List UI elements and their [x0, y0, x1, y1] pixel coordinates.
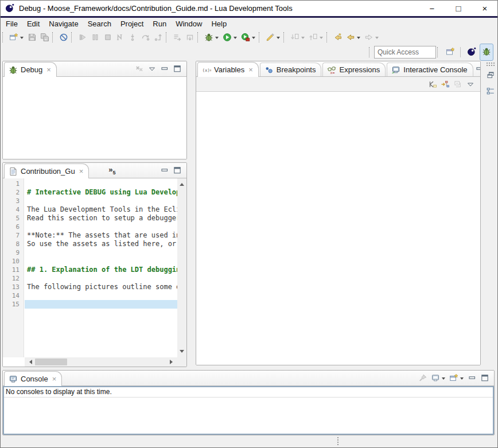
code-line-current[interactable] — [25, 300, 177, 309]
open-perspective-button[interactable] — [443, 44, 457, 61]
view-menu-button[interactable] — [146, 63, 158, 75]
console-body[interactable]: No consoles to display at this time. — [3, 386, 494, 435]
display-selected-console-button[interactable] — [429, 372, 448, 384]
minimize-button[interactable] — [466, 372, 478, 384]
minimize-button[interactable] — [473, 63, 481, 75]
run-button[interactable] — [221, 30, 239, 44]
toggle-mark-occurrences-dropdown-icon[interactable] — [277, 37, 280, 41]
back-button[interactable] — [344, 30, 363, 44]
code-line[interactable] — [25, 197, 177, 205]
open-console-dropdown-icon[interactable] — [460, 377, 464, 381]
window-minimize-button[interactable]: − — [419, 0, 445, 16]
maximize-icon — [480, 373, 489, 383]
menu-search[interactable]: Search — [83, 18, 116, 29]
statusbar-drag-handle[interactable] — [337, 437, 339, 445]
lua-perspective-button[interactable] — [465, 44, 478, 61]
toggle-mark-occurrences-button[interactable] — [264, 30, 282, 44]
back-dropdown-icon[interactable] — [357, 37, 360, 41]
editor-vertical-scrollbar[interactable] — [177, 178, 186, 357]
tab-variables[interactable]: (x)=Variables× — [197, 62, 259, 77]
editor-body[interactable]: 123456789101112131415 # Interactive DEBU… — [3, 178, 186, 367]
code-line[interactable] — [25, 274, 177, 283]
trim-drag-handle[interactable] — [487, 63, 495, 66]
code-line[interactable] — [25, 248, 177, 257]
code-line[interactable]: So use the assets as listed here, or — [25, 240, 177, 248]
console-message: No consoles to display at this time. — [4, 387, 493, 398]
status-bar — [0, 435, 498, 447]
code-area[interactable]: # Interactive DEBUG using Lua DevelopThe… — [25, 178, 177, 357]
run-external-tools-button[interactable] — [239, 30, 258, 44]
code-line[interactable]: The Lua Development Tools in the Ecli — [25, 205, 177, 214]
tab-close-icon[interactable]: × — [46, 67, 51, 73]
code-line[interactable] — [25, 223, 177, 231]
tab-close-icon[interactable]: × — [52, 376, 57, 382]
open-console-button[interactable] — [448, 372, 466, 384]
maximize-button[interactable] — [478, 372, 491, 384]
minimize-button[interactable] — [158, 164, 171, 177]
forward-dropdown-icon[interactable] — [375, 37, 379, 41]
scroll-up-icon[interactable] — [180, 181, 184, 186]
previous-annotation-dropdown-icon[interactable] — [320, 37, 323, 41]
scrollbar-thumb[interactable] — [35, 359, 67, 365]
menu-run[interactable]: Run — [148, 18, 171, 29]
view-menu-button[interactable] — [464, 77, 477, 91]
maximize-button[interactable] — [171, 63, 184, 75]
code-line[interactable] — [25, 257, 177, 266]
minimize-button[interactable] — [158, 63, 171, 75]
code-line[interactable] — [25, 180, 177, 188]
restore-minimized-view-button[interactable] — [484, 68, 497, 82]
new-button[interactable] — [7, 30, 26, 44]
code-line[interactable]: Read this section to setup a debugger — [25, 214, 177, 223]
skip-all-breakpoints-button[interactable] — [57, 30, 70, 44]
window-close-button[interactable]: × — [472, 0, 498, 16]
hidden-editors-chevron[interactable]: »5 — [108, 165, 115, 176]
code-line[interactable]: # Interactive DEBUG using Lua Develop — [25, 188, 177, 197]
remove-all-terminated-button — [133, 63, 146, 75]
tab-label: Debug — [21, 65, 42, 74]
code-line[interactable] — [25, 291, 177, 300]
tab-close-icon[interactable]: × — [248, 67, 253, 73]
window-maximize-button[interactable]: □ — [445, 0, 472, 16]
display-selected-console-dropdown-icon[interactable] — [442, 377, 445, 381]
menu-file[interactable]: File — [1, 18, 22, 29]
tab-console[interactable]: Console× — [4, 371, 62, 386]
scroll-right-icon[interactable] — [170, 360, 175, 364]
last-edit-icon — [333, 33, 343, 42]
debug-button[interactable] — [203, 30, 221, 44]
menu-edit[interactable]: Edit — [22, 18, 44, 29]
code-line[interactable]: The following pictures outline some o — [25, 283, 177, 291]
menu-help[interactable]: Help — [207, 18, 231, 29]
editor-horizontal-scrollbar[interactable] — [25, 357, 177, 367]
scroll-left-icon[interactable] — [27, 360, 32, 364]
tab-expressions[interactable]: x=Expressions — [322, 63, 386, 76]
tab-contribution-gu[interactable]: Contribution_Gu× — [4, 163, 89, 178]
show-logical-structure-button[interactable] — [439, 77, 452, 91]
maximize-button[interactable] — [171, 164, 184, 177]
code-line[interactable]: **Note:** The assets that are used in — [25, 231, 177, 240]
menu-navigate[interactable]: Navigate — [44, 18, 83, 29]
scroll-down-icon[interactable] — [180, 350, 184, 355]
editor-panel: Contribution_Gu× »5 12345678910111213141… — [2, 162, 187, 367]
menu-window[interactable]: Window — [171, 18, 207, 29]
new-dropdown-icon[interactable] — [20, 37, 24, 41]
run-dropdown-icon[interactable] — [234, 37, 237, 41]
debug-view-body[interactable] — [3, 77, 186, 159]
resume-button — [76, 30, 89, 44]
debug-dropdown-icon[interactable] — [215, 37, 219, 41]
show-type-names-button[interactable] — [426, 77, 439, 91]
terminate-icon — [103, 33, 112, 42]
run-external-tools-dropdown-icon[interactable] — [252, 37, 255, 41]
quick-access-input[interactable] — [374, 46, 436, 59]
pin-icon — [418, 373, 427, 383]
menu-project[interactable]: Project — [116, 18, 148, 29]
tab-close-icon[interactable]: × — [79, 169, 84, 174]
tab-debug[interactable]: Debug× — [4, 62, 57, 77]
tab-interactive-console[interactable]: Interactive Console — [387, 63, 473, 76]
tab-breakpoints[interactable]: Breakpoints — [260, 63, 322, 76]
outline-view-button[interactable] — [484, 84, 497, 98]
variables-body[interactable] — [196, 92, 480, 365]
last-edit-location-button[interactable] — [332, 30, 344, 44]
next-annotation-dropdown-icon[interactable] — [301, 37, 305, 41]
code-line[interactable]: ## 1. Explanation of the LDT debuggin — [25, 266, 177, 274]
debug-perspective-button[interactable] — [480, 44, 493, 61]
